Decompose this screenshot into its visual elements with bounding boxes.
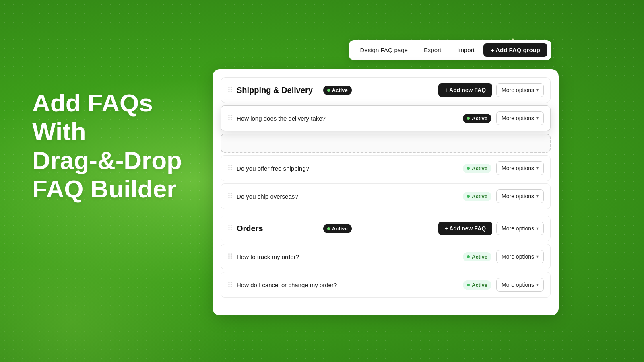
faq-question-1: How long does the delivery take? <box>237 115 463 122</box>
group-status-orders: Active <box>323 224 352 233</box>
drop-zone <box>221 134 551 153</box>
chevron-icon-1: ▾ <box>536 115 539 121</box>
more-options-button-faq-4[interactable]: More options ▾ <box>496 250 544 263</box>
export-button[interactable]: Export <box>417 43 448 57</box>
status-dot-orders <box>327 227 330 230</box>
status-dot-3 <box>467 195 470 198</box>
more-options-label-5: More options <box>502 282 534 288</box>
faq-status-label-5: Active <box>472 282 487 288</box>
chevron-icon-5: ▾ <box>536 282 539 288</box>
faq-item-3: ⠿ Do you ship overseas? Active More opti… <box>221 183 551 209</box>
group-title-shipping: Shipping & Delivery <box>237 86 323 95</box>
faq-status-label-2: Active <box>472 165 487 171</box>
faq-status-label-4: Active <box>472 254 487 260</box>
hero-line3: Drag-&-Drop <box>32 146 182 175</box>
faq-group-orders: ⠿ Orders Active + Add new FAQ More optio… <box>221 216 551 298</box>
chevron-icon-3: ▾ <box>536 193 539 199</box>
more-options-button-orders-group[interactable]: More options ▾ <box>496 222 544 235</box>
faq-status-4: Active <box>463 252 491 261</box>
faq-item-4: ⠿ How to track my order? Active More opt… <box>221 244 551 269</box>
drag-handle-orders[interactable]: ⠿ <box>227 224 232 233</box>
faq-question-5: How do I cancel or change my order? <box>237 282 463 288</box>
group-status-shipping: Active <box>323 86 352 95</box>
add-new-faq-button-orders[interactable]: + Add new FAQ <box>438 222 493 235</box>
hero-line4: FAQ Builder <box>32 175 182 203</box>
drag-handle-item-1[interactable]: ⠿ <box>227 114 232 123</box>
faq-item-2: ⠿ Do you offer free shipping? Active Mor… <box>221 155 551 181</box>
faq-group-shipping: ⠿ Shipping & Delivery Active + Add new F… <box>221 77 551 209</box>
more-options-button-faq-2[interactable]: More options ▾ <box>496 161 544 175</box>
toolbar: Design FAQ page Export Import + Add FAQ … <box>349 40 551 60</box>
faq-item-dragging: ⠿ How long does the delivery take? Activ… <box>221 105 551 131</box>
more-options-label-2: More options <box>502 165 534 171</box>
hero-line1: Add FAQs <box>32 88 182 117</box>
chevron-icon-orders: ▾ <box>536 226 539 231</box>
more-options-button-faq-5[interactable]: More options ▾ <box>496 278 544 292</box>
more-options-label-3: More options <box>502 193 534 200</box>
status-dot-5 <box>467 284 470 286</box>
more-options-button-faq-3[interactable]: More options ▾ <box>496 189 544 203</box>
faq-question-4: How to track my order? <box>237 253 463 260</box>
more-options-label: More options <box>502 87 534 93</box>
faq-status-label-3: Active <box>472 193 487 200</box>
faq-question-2: Do you offer free shipping? <box>237 165 463 172</box>
drag-handle-item-5[interactable]: ⠿ <box>227 280 232 289</box>
add-faq-group-button[interactable]: + Add FAQ group <box>483 43 547 57</box>
faq-status-3: Active <box>463 192 491 201</box>
faq-question-3: Do you ship overseas? <box>237 193 463 200</box>
drag-handle-item-4[interactable]: ⠿ <box>227 252 232 261</box>
faq-item-5: ⠿ How do I cancel or change my order? Ac… <box>221 272 551 298</box>
faq-status-1: Active <box>463 114 491 123</box>
hero-line2: With <box>32 117 182 146</box>
faq-items-list-shipping: ⠿ How long does the delivery take? Activ… <box>221 105 551 209</box>
more-options-label-4: More options <box>502 253 534 260</box>
chevron-icon: ▾ <box>536 87 539 93</box>
group-status-label-orders: Active <box>332 226 348 232</box>
group-title-orders: Orders <box>237 224 323 233</box>
faq-status-5: Active <box>463 280 491 290</box>
faq-status-2: Active <box>463 164 491 173</box>
group-header-shipping: ⠿ Shipping & Delivery Active + Add new F… <box>221 77 551 103</box>
hero-text: Add FAQs With Drag-&-Drop FAQ Builder <box>32 88 182 203</box>
drag-handle-item-3[interactable]: ⠿ <box>227 192 232 201</box>
status-dot <box>327 89 330 92</box>
more-options-button-faq-1[interactable]: More options ▾ <box>496 111 544 125</box>
import-button[interactable]: Import <box>450 43 482 57</box>
drag-handle-shipping[interactable]: ⠿ <box>227 86 232 95</box>
faq-status-label-1: Active <box>472 115 487 121</box>
add-new-faq-button-shipping[interactable]: + Add new FAQ <box>438 83 493 97</box>
more-options-button-shipping-group[interactable]: More options ▾ <box>496 83 544 97</box>
chevron-icon-2: ▾ <box>536 165 539 171</box>
status-dot-4 <box>467 255 470 258</box>
faq-items-list-orders: ⠿ How to track my order? Active More opt… <box>221 244 551 298</box>
chevron-icon-4: ▾ <box>536 254 539 259</box>
group-header-orders: ⠿ Orders Active + Add new FAQ More optio… <box>221 216 551 241</box>
status-dot-2 <box>467 167 470 170</box>
group-status-label-shipping: Active <box>332 87 348 93</box>
more-options-label-1: More options <box>502 115 534 121</box>
drag-handle-item-2[interactable]: ⠿ <box>227 164 232 173</box>
main-panel: ⠿ Shipping & Delivery Active + Add new F… <box>213 69 559 315</box>
status-dot-1 <box>467 117 470 120</box>
design-faq-page-button[interactable]: Design FAQ page <box>353 43 415 57</box>
more-options-label-orders: More options <box>502 225 534 232</box>
